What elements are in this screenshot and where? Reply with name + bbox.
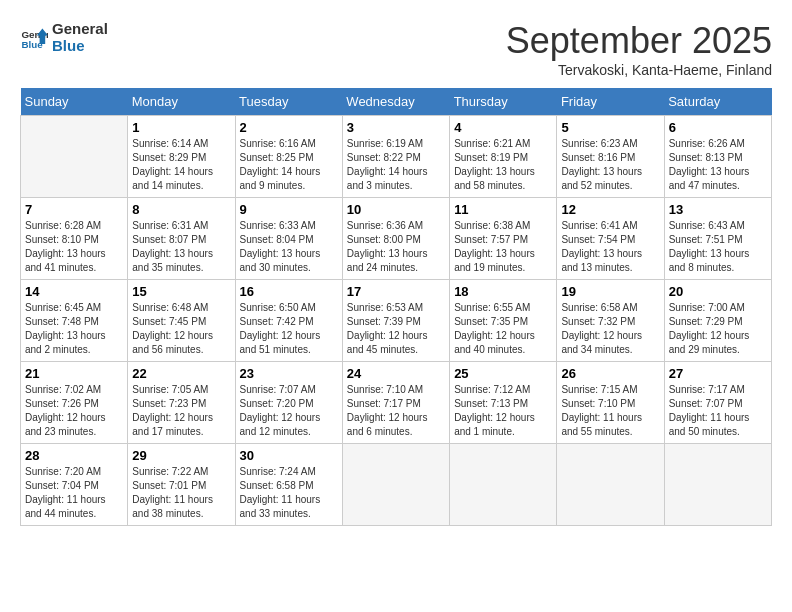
day-number: 20: [669, 284, 767, 299]
day-info: Sunrise: 7:15 AM Sunset: 7:10 PM Dayligh…: [561, 383, 659, 439]
day-info: Sunrise: 7:07 AM Sunset: 7:20 PM Dayligh…: [240, 383, 338, 439]
calendar-table: SundayMondayTuesdayWednesdayThursdayFrid…: [20, 88, 772, 526]
logo-icon: General Blue: [20, 23, 48, 51]
day-info: Sunrise: 6:55 AM Sunset: 7:35 PM Dayligh…: [454, 301, 552, 357]
day-number: 17: [347, 284, 445, 299]
day-number: 14: [25, 284, 123, 299]
day-info: Sunrise: 6:43 AM Sunset: 7:51 PM Dayligh…: [669, 219, 767, 275]
day-number: 7: [25, 202, 123, 217]
day-info: Sunrise: 6:45 AM Sunset: 7:48 PM Dayligh…: [25, 301, 123, 357]
day-cell: [450, 444, 557, 526]
day-cell: 8Sunrise: 6:31 AM Sunset: 8:07 PM Daylig…: [128, 198, 235, 280]
day-number: 6: [669, 120, 767, 135]
location: Tervakoski, Kanta-Haeme, Finland: [506, 62, 772, 78]
day-number: 4: [454, 120, 552, 135]
day-cell: 13Sunrise: 6:43 AM Sunset: 7:51 PM Dayli…: [664, 198, 771, 280]
logo: General Blue General Blue: [20, 20, 108, 54]
day-number: 26: [561, 366, 659, 381]
week-row-4: 21Sunrise: 7:02 AM Sunset: 7:26 PM Dayli…: [21, 362, 772, 444]
page-header: General Blue General Blue September 2025…: [20, 20, 772, 78]
header-monday: Monday: [128, 88, 235, 116]
day-number: 24: [347, 366, 445, 381]
day-info: Sunrise: 7:10 AM Sunset: 7:17 PM Dayligh…: [347, 383, 445, 439]
day-cell: 9Sunrise: 6:33 AM Sunset: 8:04 PM Daylig…: [235, 198, 342, 280]
day-number: 22: [132, 366, 230, 381]
day-number: 28: [25, 448, 123, 463]
day-number: 25: [454, 366, 552, 381]
day-number: 21: [25, 366, 123, 381]
week-row-2: 7Sunrise: 6:28 AM Sunset: 8:10 PM Daylig…: [21, 198, 772, 280]
day-number: 2: [240, 120, 338, 135]
day-number: 30: [240, 448, 338, 463]
day-info: Sunrise: 7:22 AM Sunset: 7:01 PM Dayligh…: [132, 465, 230, 521]
day-cell: 27Sunrise: 7:17 AM Sunset: 7:07 PM Dayli…: [664, 362, 771, 444]
day-number: 5: [561, 120, 659, 135]
day-info: Sunrise: 6:53 AM Sunset: 7:39 PM Dayligh…: [347, 301, 445, 357]
day-number: 3: [347, 120, 445, 135]
week-row-5: 28Sunrise: 7:20 AM Sunset: 7:04 PM Dayli…: [21, 444, 772, 526]
header-row: SundayMondayTuesdayWednesdayThursdayFrid…: [21, 88, 772, 116]
day-cell: 30Sunrise: 7:24 AM Sunset: 6:58 PM Dayli…: [235, 444, 342, 526]
day-info: Sunrise: 7:02 AM Sunset: 7:26 PM Dayligh…: [25, 383, 123, 439]
day-number: 13: [669, 202, 767, 217]
day-cell: 28Sunrise: 7:20 AM Sunset: 7:04 PM Dayli…: [21, 444, 128, 526]
day-info: Sunrise: 6:48 AM Sunset: 7:45 PM Dayligh…: [132, 301, 230, 357]
day-info: Sunrise: 6:33 AM Sunset: 8:04 PM Dayligh…: [240, 219, 338, 275]
header-friday: Friday: [557, 88, 664, 116]
title-block: September 2025 Tervakoski, Kanta-Haeme, …: [506, 20, 772, 78]
logo-blue: Blue: [52, 37, 108, 54]
day-info: Sunrise: 6:50 AM Sunset: 7:42 PM Dayligh…: [240, 301, 338, 357]
day-cell: 10Sunrise: 6:36 AM Sunset: 8:00 PM Dayli…: [342, 198, 449, 280]
day-cell: 12Sunrise: 6:41 AM Sunset: 7:54 PM Dayli…: [557, 198, 664, 280]
day-number: 18: [454, 284, 552, 299]
day-cell: 11Sunrise: 6:38 AM Sunset: 7:57 PM Dayli…: [450, 198, 557, 280]
day-number: 19: [561, 284, 659, 299]
day-cell: 1Sunrise: 6:14 AM Sunset: 8:29 PM Daylig…: [128, 116, 235, 198]
day-info: Sunrise: 6:38 AM Sunset: 7:57 PM Dayligh…: [454, 219, 552, 275]
day-cell: 21Sunrise: 7:02 AM Sunset: 7:26 PM Dayli…: [21, 362, 128, 444]
day-number: 1: [132, 120, 230, 135]
day-cell: 2Sunrise: 6:16 AM Sunset: 8:25 PM Daylig…: [235, 116, 342, 198]
day-info: Sunrise: 6:23 AM Sunset: 8:16 PM Dayligh…: [561, 137, 659, 193]
day-cell: 4Sunrise: 6:21 AM Sunset: 8:19 PM Daylig…: [450, 116, 557, 198]
week-row-3: 14Sunrise: 6:45 AM Sunset: 7:48 PM Dayli…: [21, 280, 772, 362]
day-cell: 20Sunrise: 7:00 AM Sunset: 7:29 PM Dayli…: [664, 280, 771, 362]
day-info: Sunrise: 6:26 AM Sunset: 8:13 PM Dayligh…: [669, 137, 767, 193]
day-info: Sunrise: 7:20 AM Sunset: 7:04 PM Dayligh…: [25, 465, 123, 521]
day-cell: 5Sunrise: 6:23 AM Sunset: 8:16 PM Daylig…: [557, 116, 664, 198]
header-thursday: Thursday: [450, 88, 557, 116]
day-cell: 17Sunrise: 6:53 AM Sunset: 7:39 PM Dayli…: [342, 280, 449, 362]
day-info: Sunrise: 6:41 AM Sunset: 7:54 PM Dayligh…: [561, 219, 659, 275]
day-info: Sunrise: 6:36 AM Sunset: 8:00 PM Dayligh…: [347, 219, 445, 275]
header-tuesday: Tuesday: [235, 88, 342, 116]
day-cell: 23Sunrise: 7:07 AM Sunset: 7:20 PM Dayli…: [235, 362, 342, 444]
day-cell: [342, 444, 449, 526]
day-info: Sunrise: 6:28 AM Sunset: 8:10 PM Dayligh…: [25, 219, 123, 275]
header-saturday: Saturday: [664, 88, 771, 116]
day-cell: 22Sunrise: 7:05 AM Sunset: 7:23 PM Dayli…: [128, 362, 235, 444]
day-cell: [21, 116, 128, 198]
day-number: 27: [669, 366, 767, 381]
day-cell: 3Sunrise: 6:19 AM Sunset: 8:22 PM Daylig…: [342, 116, 449, 198]
day-cell: 25Sunrise: 7:12 AM Sunset: 7:13 PM Dayli…: [450, 362, 557, 444]
day-info: Sunrise: 6:31 AM Sunset: 8:07 PM Dayligh…: [132, 219, 230, 275]
day-number: 11: [454, 202, 552, 217]
day-cell: [664, 444, 771, 526]
day-number: 23: [240, 366, 338, 381]
day-cell: 7Sunrise: 6:28 AM Sunset: 8:10 PM Daylig…: [21, 198, 128, 280]
day-number: 8: [132, 202, 230, 217]
day-info: Sunrise: 7:00 AM Sunset: 7:29 PM Dayligh…: [669, 301, 767, 357]
day-cell: 24Sunrise: 7:10 AM Sunset: 7:17 PM Dayli…: [342, 362, 449, 444]
day-cell: 19Sunrise: 6:58 AM Sunset: 7:32 PM Dayli…: [557, 280, 664, 362]
day-info: Sunrise: 7:12 AM Sunset: 7:13 PM Dayligh…: [454, 383, 552, 439]
day-cell: 26Sunrise: 7:15 AM Sunset: 7:10 PM Dayli…: [557, 362, 664, 444]
day-info: Sunrise: 7:17 AM Sunset: 7:07 PM Dayligh…: [669, 383, 767, 439]
day-cell: 18Sunrise: 6:55 AM Sunset: 7:35 PM Dayli…: [450, 280, 557, 362]
week-row-1: 1Sunrise: 6:14 AM Sunset: 8:29 PM Daylig…: [21, 116, 772, 198]
day-info: Sunrise: 7:05 AM Sunset: 7:23 PM Dayligh…: [132, 383, 230, 439]
day-info: Sunrise: 6:16 AM Sunset: 8:25 PM Dayligh…: [240, 137, 338, 193]
day-number: 12: [561, 202, 659, 217]
day-number: 15: [132, 284, 230, 299]
day-info: Sunrise: 7:24 AM Sunset: 6:58 PM Dayligh…: [240, 465, 338, 521]
day-number: 16: [240, 284, 338, 299]
